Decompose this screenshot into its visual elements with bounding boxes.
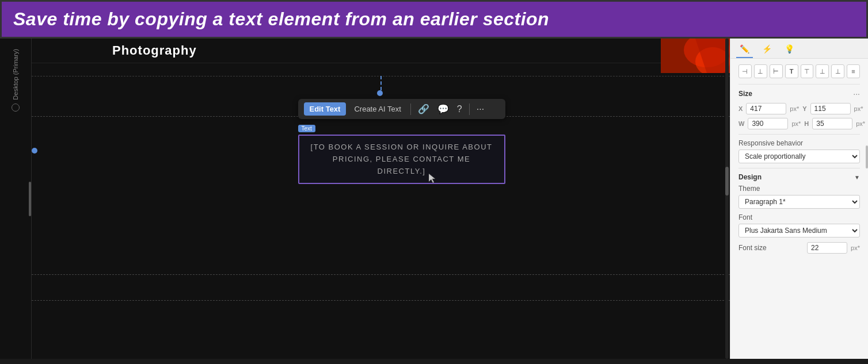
text-type-badge: Text: [298, 125, 315, 132]
size-more-icon[interactable]: ···: [853, 89, 860, 98]
sidebar-page-icon[interactable]: [12, 104, 20, 112]
canvas-area: Photography: [32, 39, 730, 359]
right-panel-scrollbar[interactable]: [866, 145, 868, 168]
tab-bulb[interactable]: 💡: [781, 42, 798, 58]
align-center-h-btn[interactable]: ⊥: [754, 64, 767, 78]
w-unit: px*: [791, 120, 801, 127]
design-chevron-icon[interactable]: ▼: [854, 174, 860, 181]
xy-field-group: X px* Y px*: [738, 103, 860, 114]
wh-field-group: W px* H px*: [738, 118, 860, 129]
y-label: Y: [802, 105, 806, 112]
y-input[interactable]: [810, 103, 851, 114]
font-size-unit: px*: [851, 244, 860, 251]
responsive-label: Responsive behavior: [738, 139, 860, 147]
help-icon[interactable]: ?: [455, 103, 465, 116]
theme-select[interactable]: Paragraph 1*: [738, 195, 860, 209]
top-banner: Save time by copying a text element from…: [0, 0, 868, 39]
canvas-scrollbar-thumb[interactable]: [725, 167, 729, 196]
theme-label: Theme: [738, 185, 860, 193]
tab-lightning[interactable]: ⚡: [759, 42, 775, 58]
size-label: Size: [738, 90, 752, 98]
guide-line-3: [32, 274, 730, 275]
align-stretch-btn[interactable]: ≡: [847, 64, 860, 78]
align-left-btn[interactable]: ⊣: [738, 64, 752, 78]
mouse-cursor: [429, 174, 437, 187]
link-icon[interactable]: 🔗: [416, 102, 432, 116]
y-unit: px*: [854, 105, 863, 112]
connector-line: [380, 76, 382, 90]
align-right-btn[interactable]: ⊢: [770, 64, 783, 78]
align-button-group: ⊣ ⊥ ⊢ T ⊤ ⊥ ⊥ ≡: [738, 64, 860, 78]
vertical-scrollbar[interactable]: [29, 182, 31, 216]
toolbar-divider-1: [410, 104, 411, 115]
h-label: H: [804, 120, 809, 127]
h-input[interactable]: [812, 118, 852, 129]
selected-text-box[interactable]: [TO BOOK A SESSION OR INQUIRE ABOUT PRIC…: [298, 135, 505, 184]
align-text-btn[interactable]: T: [785, 64, 798, 78]
align-bottom-btn[interactable]: ⊥: [831, 64, 844, 78]
bulb-icon: 💡: [785, 44, 794, 53]
h-unit: px*: [856, 120, 865, 127]
font-label: Font: [738, 213, 860, 221]
canvas-scrollbar-track: [725, 39, 729, 359]
tab-edit[interactable]: ✏️: [736, 42, 753, 58]
separator-1: [738, 84, 860, 85]
design-section-title: Design ▼: [738, 173, 860, 181]
font-section: Font Plus Jakarta Sans Medium: [738, 213, 860, 237]
w-input[interactable]: [748, 118, 788, 129]
guide-line-4: [32, 300, 730, 301]
font-select[interactable]: Plus Jakarta Sans Medium: [738, 224, 860, 237]
x-label: X: [738, 105, 743, 112]
toolbar-divider-2: [469, 104, 470, 115]
panel-content: ⊣ ⊥ ⊢ T ⊤ ⊥ ⊥ ≡ Size ··· X px* Y: [730, 59, 868, 263]
more-options-icon[interactable]: ···: [474, 103, 486, 116]
text-content[interactable]: [TO BOOK A SESSION OR INQUIRE ABOUT PRIC…: [307, 141, 496, 177]
align-top-btn[interactable]: ⊤: [801, 64, 814, 78]
font-size-input[interactable]: [807, 242, 847, 254]
responsive-select[interactable]: Scale proportionally: [738, 150, 860, 163]
banner-text: Save time by copying a text element from…: [13, 9, 549, 30]
comment-icon[interactable]: 💬: [435, 102, 451, 116]
pencil-icon: ✏️: [740, 44, 749, 53]
text-element-container: Edit Text Create AI Text 🔗 💬 ? ··· Text …: [298, 99, 505, 184]
separator-3: [738, 168, 860, 168]
element-toolbar: Edit Text Create AI Text 🔗 💬 ? ···: [298, 99, 505, 119]
left-handle-dot[interactable]: [32, 148, 37, 154]
font-size-label: Font size: [738, 244, 804, 252]
sidebar-label: Desktop (Primary): [12, 49, 19, 100]
x-input[interactable]: [746, 103, 786, 114]
w-label: W: [738, 120, 744, 127]
theme-section: Theme Paragraph 1*: [738, 185, 860, 209]
align-middle-btn[interactable]: ⊥: [816, 64, 829, 78]
design-label: Design: [738, 173, 762, 181]
panel-tabs: ✏️ ⚡ 💡: [730, 39, 868, 59]
canvas-inner: Photography: [32, 39, 730, 359]
font-size-group: Font size px*: [738, 242, 860, 254]
left-sidebar: Desktop (Primary): [0, 39, 32, 359]
photo-header-strip: Photography: [32, 39, 730, 63]
create-ai-text-button[interactable]: Create AI Text: [349, 102, 405, 116]
connector-dot: [377, 90, 383, 96]
photo-title: Photography: [112, 43, 197, 58]
header-image: [661, 39, 730, 73]
right-panel: ✏️ ⚡ 💡 ⊣ ⊥ ⊢ T ⊤ ⊥ ⊥ ≡: [730, 39, 868, 359]
x-unit: px*: [790, 105, 799, 112]
size-row: Size ···: [738, 89, 860, 98]
separator-2: [738, 134, 860, 135]
edit-text-button[interactable]: Edit Text: [304, 102, 347, 116]
responsive-section: Responsive behavior Scale proportionally: [738, 139, 860, 163]
lightning-icon: ⚡: [762, 44, 772, 53]
